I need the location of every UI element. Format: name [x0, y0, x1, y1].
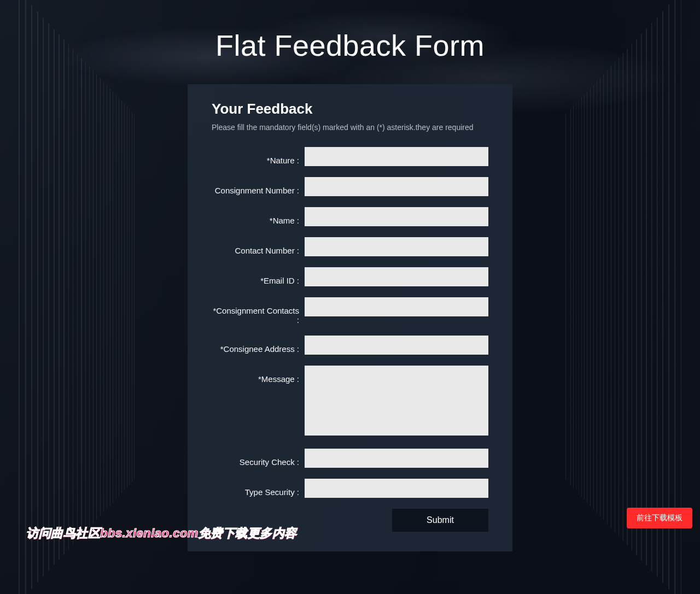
consignee-address-input[interactable] [305, 336, 488, 355]
message-input[interactable] [305, 366, 488, 436]
type-security-label: Type Security : [212, 479, 305, 497]
submit-button[interactable]: Submit [392, 509, 488, 532]
consignment-contacts-label: *Consignment Contacts : [212, 297, 305, 325]
download-template-button[interactable]: 前往下载模板 [627, 508, 692, 528]
name-input[interactable] [305, 207, 488, 226]
message-label: *Message : [212, 366, 305, 384]
name-label: *Name : [212, 207, 305, 225]
feedback-card: Your Feedback Please fill the mandatory … [188, 84, 512, 551]
consignment-contacts-input[interactable] [305, 297, 488, 316]
contact-number-label: Contact Number : [212, 237, 305, 255]
contact-number-input[interactable] [305, 237, 488, 256]
nature-input[interactable] [305, 147, 488, 166]
email-input[interactable] [305, 267, 488, 286]
consignment-number-label: Consignment Number : [212, 177, 305, 195]
card-hint: Please fill the mandatory field(s) marke… [212, 123, 488, 132]
page-title: Flat Feedback Form [0, 0, 700, 84]
consignee-address-label: *Consignee Address : [212, 336, 305, 354]
security-check-input[interactable] [305, 449, 488, 468]
card-heading: Your Feedback [212, 101, 488, 117]
type-security-input[interactable] [305, 479, 488, 498]
security-check-label: Security Check : [212, 449, 305, 467]
email-label: *Email ID : [212, 267, 305, 285]
consignment-number-input[interactable] [305, 177, 488, 196]
nature-label: *Nature : [212, 147, 305, 165]
